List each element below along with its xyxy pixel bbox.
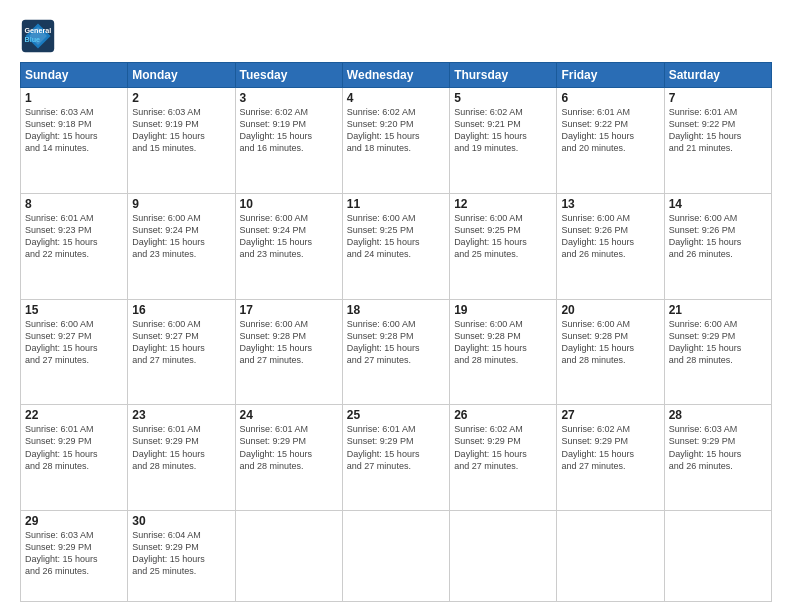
day-number: 12 [454,197,552,211]
day-number: 11 [347,197,445,211]
day-info: Sunrise: 6:01 AMSunset: 9:23 PMDaylight:… [25,212,123,261]
day-number: 15 [25,303,123,317]
calendar-cell: 14Sunrise: 6:00 AMSunset: 9:26 PMDayligh… [664,193,771,299]
weekday-header-friday: Friday [557,63,664,88]
calendar-week-row: 1Sunrise: 6:03 AMSunset: 9:18 PMDaylight… [21,88,772,194]
calendar-cell: 2Sunrise: 6:03 AMSunset: 9:19 PMDaylight… [128,88,235,194]
calendar-cell: 20Sunrise: 6:00 AMSunset: 9:28 PMDayligh… [557,299,664,405]
day-number: 30 [132,514,230,528]
calendar-cell [664,511,771,602]
day-info: Sunrise: 6:03 AMSunset: 9:29 PMDaylight:… [25,529,123,578]
logo: General Blue [20,18,60,54]
day-info: Sunrise: 6:00 AMSunset: 9:25 PMDaylight:… [347,212,445,261]
header: General Blue [20,18,772,54]
day-info: Sunrise: 6:04 AMSunset: 9:29 PMDaylight:… [132,529,230,578]
day-number: 10 [240,197,338,211]
weekday-header-tuesday: Tuesday [235,63,342,88]
day-number: 17 [240,303,338,317]
weekday-header-wednesday: Wednesday [342,63,449,88]
calendar-cell [235,511,342,602]
day-info: Sunrise: 6:00 AMSunset: 9:24 PMDaylight:… [132,212,230,261]
calendar-cell: 4Sunrise: 6:02 AMSunset: 9:20 PMDaylight… [342,88,449,194]
day-number: 9 [132,197,230,211]
day-number: 23 [132,408,230,422]
day-number: 2 [132,91,230,105]
calendar-cell [450,511,557,602]
day-info: Sunrise: 6:01 AMSunset: 9:29 PMDaylight:… [25,423,123,472]
calendar-cell: 13Sunrise: 6:00 AMSunset: 9:26 PMDayligh… [557,193,664,299]
page: General Blue SundayMondayTuesdayWednesda… [0,0,792,612]
calendar-cell: 16Sunrise: 6:00 AMSunset: 9:27 PMDayligh… [128,299,235,405]
day-info: Sunrise: 6:02 AMSunset: 9:29 PMDaylight:… [561,423,659,472]
weekday-header-saturday: Saturday [664,63,771,88]
day-info: Sunrise: 6:03 AMSunset: 9:29 PMDaylight:… [669,423,767,472]
calendar-cell: 9Sunrise: 6:00 AMSunset: 9:24 PMDaylight… [128,193,235,299]
calendar-cell [342,511,449,602]
day-number: 19 [454,303,552,317]
day-info: Sunrise: 6:01 AMSunset: 9:29 PMDaylight:… [240,423,338,472]
day-info: Sunrise: 6:03 AMSunset: 9:18 PMDaylight:… [25,106,123,155]
calendar-header-row: SundayMondayTuesdayWednesdayThursdayFrid… [21,63,772,88]
day-number: 1 [25,91,123,105]
calendar-cell: 3Sunrise: 6:02 AMSunset: 9:19 PMDaylight… [235,88,342,194]
calendar-cell: 24Sunrise: 6:01 AMSunset: 9:29 PMDayligh… [235,405,342,511]
svg-text:Blue: Blue [25,35,41,44]
day-number: 5 [454,91,552,105]
day-number: 25 [347,408,445,422]
day-number: 21 [669,303,767,317]
day-info: Sunrise: 6:00 AMSunset: 9:28 PMDaylight:… [561,318,659,367]
day-number: 16 [132,303,230,317]
calendar-cell: 17Sunrise: 6:00 AMSunset: 9:28 PMDayligh… [235,299,342,405]
calendar-cell: 26Sunrise: 6:02 AMSunset: 9:29 PMDayligh… [450,405,557,511]
calendar-cell: 11Sunrise: 6:00 AMSunset: 9:25 PMDayligh… [342,193,449,299]
calendar-cell: 12Sunrise: 6:00 AMSunset: 9:25 PMDayligh… [450,193,557,299]
day-info: Sunrise: 6:00 AMSunset: 9:28 PMDaylight:… [347,318,445,367]
calendar-cell: 18Sunrise: 6:00 AMSunset: 9:28 PMDayligh… [342,299,449,405]
calendar-week-row: 15Sunrise: 6:00 AMSunset: 9:27 PMDayligh… [21,299,772,405]
calendar-cell: 21Sunrise: 6:00 AMSunset: 9:29 PMDayligh… [664,299,771,405]
calendar-cell: 25Sunrise: 6:01 AMSunset: 9:29 PMDayligh… [342,405,449,511]
day-number: 24 [240,408,338,422]
day-number: 14 [669,197,767,211]
calendar-cell: 19Sunrise: 6:00 AMSunset: 9:28 PMDayligh… [450,299,557,405]
calendar-cell: 6Sunrise: 6:01 AMSunset: 9:22 PMDaylight… [557,88,664,194]
day-info: Sunrise: 6:00 AMSunset: 9:28 PMDaylight:… [240,318,338,367]
day-info: Sunrise: 6:01 AMSunset: 9:22 PMDaylight:… [561,106,659,155]
day-info: Sunrise: 6:02 AMSunset: 9:21 PMDaylight:… [454,106,552,155]
day-number: 8 [25,197,123,211]
day-info: Sunrise: 6:00 AMSunset: 9:26 PMDaylight:… [561,212,659,261]
day-number: 26 [454,408,552,422]
day-info: Sunrise: 6:02 AMSunset: 9:19 PMDaylight:… [240,106,338,155]
calendar-cell: 8Sunrise: 6:01 AMSunset: 9:23 PMDaylight… [21,193,128,299]
calendar-cell: 22Sunrise: 6:01 AMSunset: 9:29 PMDayligh… [21,405,128,511]
day-number: 3 [240,91,338,105]
calendar-week-row: 8Sunrise: 6:01 AMSunset: 9:23 PMDaylight… [21,193,772,299]
day-info: Sunrise: 6:01 AMSunset: 9:29 PMDaylight:… [347,423,445,472]
day-number: 13 [561,197,659,211]
calendar-cell: 7Sunrise: 6:01 AMSunset: 9:22 PMDaylight… [664,88,771,194]
day-info: Sunrise: 6:03 AMSunset: 9:19 PMDaylight:… [132,106,230,155]
calendar-cell: 23Sunrise: 6:01 AMSunset: 9:29 PMDayligh… [128,405,235,511]
calendar-cell [557,511,664,602]
day-info: Sunrise: 6:00 AMSunset: 9:25 PMDaylight:… [454,212,552,261]
calendar-cell: 29Sunrise: 6:03 AMSunset: 9:29 PMDayligh… [21,511,128,602]
day-number: 22 [25,408,123,422]
day-info: Sunrise: 6:00 AMSunset: 9:24 PMDaylight:… [240,212,338,261]
weekday-header-monday: Monday [128,63,235,88]
day-number: 18 [347,303,445,317]
day-info: Sunrise: 6:02 AMSunset: 9:20 PMDaylight:… [347,106,445,155]
day-info: Sunrise: 6:00 AMSunset: 9:26 PMDaylight:… [669,212,767,261]
weekday-header-thursday: Thursday [450,63,557,88]
calendar-week-row: 29Sunrise: 6:03 AMSunset: 9:29 PMDayligh… [21,511,772,602]
day-number: 27 [561,408,659,422]
weekday-header-sunday: Sunday [21,63,128,88]
day-info: Sunrise: 6:01 AMSunset: 9:29 PMDaylight:… [132,423,230,472]
calendar-cell: 1Sunrise: 6:03 AMSunset: 9:18 PMDaylight… [21,88,128,194]
svg-text:General: General [25,26,52,35]
day-number: 7 [669,91,767,105]
day-info: Sunrise: 6:00 AMSunset: 9:27 PMDaylight:… [132,318,230,367]
day-number: 20 [561,303,659,317]
day-info: Sunrise: 6:01 AMSunset: 9:22 PMDaylight:… [669,106,767,155]
day-number: 6 [561,91,659,105]
logo-icon: General Blue [20,18,56,54]
